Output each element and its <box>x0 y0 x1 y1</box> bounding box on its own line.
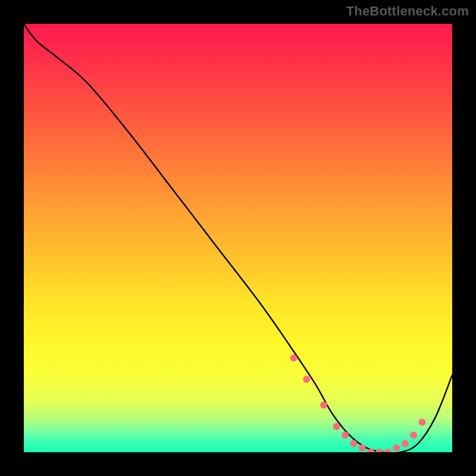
curve-layer <box>24 24 452 452</box>
curve-marker <box>359 444 366 452</box>
curve-marker <box>303 376 310 383</box>
curve-markers <box>290 355 426 452</box>
bottleneck-curve <box>24 24 452 452</box>
curve-marker <box>393 444 400 452</box>
curve-marker <box>410 431 417 439</box>
curve-marker <box>384 449 392 452</box>
chart-frame: TheBottleneck.com <box>0 0 476 476</box>
curve-marker <box>342 431 349 439</box>
curve-marker <box>350 440 357 447</box>
curve-marker <box>290 355 298 362</box>
attribution-text: TheBottleneck.com <box>346 4 469 19</box>
plot-area <box>24 24 452 452</box>
curve-marker <box>333 423 340 430</box>
curve-marker <box>320 402 327 409</box>
curve-marker <box>402 440 409 447</box>
curve-marker <box>419 419 426 426</box>
curve-marker <box>376 449 383 452</box>
